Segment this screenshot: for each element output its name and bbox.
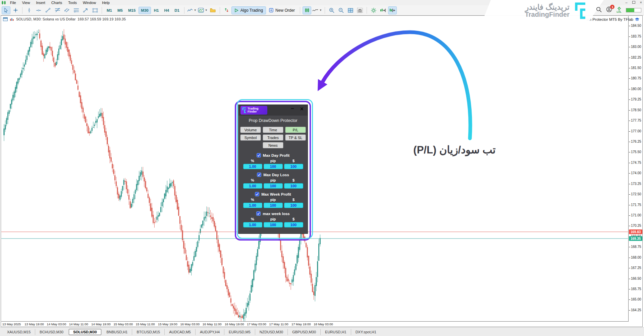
timeframe-h4[interactable]: H4	[162, 7, 171, 14]
symbol-tab-eurusd-m5[interactable]: EURUSD,M5	[224, 329, 255, 335]
timeframe-m1[interactable]: M1	[104, 7, 114, 14]
cursor-tool-button[interactable]	[2, 6, 10, 14]
vertical-line-tool-button[interactable]	[25, 6, 34, 14]
timeframe-m5[interactable]: M5	[115, 7, 125, 14]
input-max-day-loss-[interactable]: 100	[284, 183, 303, 189]
panel-tab-symbol[interactable]: Symbol	[240, 134, 261, 141]
symbol-tab-audcad-m5[interactable]: AUDCAD,M5	[164, 329, 195, 335]
input-max-day-profit-[interactable]: 1.00	[243, 164, 262, 169]
horizontal-line-tool-button[interactable]	[34, 6, 43, 14]
time-axis[interactable]: 13 May 202513 May 19:0014 May 03:0014 Ma…	[1, 321, 629, 326]
candlestick-chart-button[interactable]	[303, 6, 311, 14]
symbol-tab-bnbusd-h1[interactable]: BNBUSD,H1	[102, 329, 132, 335]
equidistant-lines-tool-button[interactable]	[72, 6, 80, 14]
checkbox-max-day-profit[interactable]	[257, 153, 261, 157]
timeframe-m15[interactable]: M15	[126, 7, 138, 14]
panel-minimize-button[interactable]: −	[291, 106, 294, 112]
input-max-week-loss-pip[interactable]: 100	[264, 222, 283, 227]
checkbox-max-week-profit[interactable]	[255, 192, 259, 196]
input-max-day-profit-[interactable]: 100	[284, 164, 303, 169]
new-order-button[interactable]: New Order	[266, 6, 298, 14]
timeframe-d1[interactable]: D1	[172, 7, 182, 14]
time-tick: 15 May 19:00	[158, 322, 177, 326]
time-tick: 15 May 03:00	[114, 322, 133, 326]
graduation-cap-icon[interactable]	[635, 17, 640, 21]
menu-window[interactable]: Window	[80, 0, 99, 5]
input-max-day-loss-[interactable]: 1.00	[243, 183, 262, 189]
panel-tab-tp-sl[interactable]: TP & SL	[285, 134, 306, 141]
input-max-week-profit-[interactable]: 1.00	[243, 203, 262, 208]
panel-tab-trades[interactable]: Trades	[263, 134, 283, 141]
progress-bar	[626, 8, 641, 12]
menu-file[interactable]: File	[7, 0, 19, 5]
column-header: %	[243, 198, 262, 202]
input-max-week-loss-[interactable]: 100	[284, 222, 303, 227]
panel-section-max-day-profit: Max Day Profit%pip$1.00100100	[238, 153, 308, 169]
window-controls: – ×	[625, 0, 642, 4]
line-chart-button[interactable]: ▼	[312, 6, 322, 14]
input-max-week-profit-pip[interactable]: 100	[264, 203, 283, 208]
annotation-label: تب سود/زیان (P/L)	[404, 144, 505, 156]
settings-gear-button[interactable]	[369, 6, 378, 14]
minimize-window-icon[interactable]: –	[625, 0, 627, 4]
time-tick: 18 May 03:00	[314, 322, 333, 326]
menu-charts[interactable]: Charts	[48, 0, 65, 5]
menu-help[interactable]: Help	[99, 0, 113, 5]
input-max-week-loss-[interactable]: 1.00	[243, 222, 262, 227]
crosshair-tool-button[interactable]	[11, 6, 20, 14]
price-tick: 175.50	[631, 150, 641, 154]
checkbox-max-day-loss[interactable]	[257, 173, 261, 177]
depth-of-market-button[interactable]	[222, 6, 231, 14]
menu-view[interactable]: View	[19, 0, 33, 5]
timeframe-h1[interactable]: H1	[152, 7, 161, 14]
search-icon[interactable]	[596, 7, 602, 14]
panel-tab-volume[interactable]: Volume	[240, 127, 261, 133]
arrow-tool-button[interactable]	[81, 6, 90, 14]
checkbox-max-week-loss[interactable]	[256, 211, 261, 216]
close-window-icon[interactable]: ×	[640, 0, 642, 4]
tile-windows-button[interactable]	[346, 6, 355, 14]
algo-trading-button[interactable]: Algo Trading	[231, 6, 266, 14]
shapes-tool-button[interactable]	[91, 6, 99, 14]
indicators-button[interactable]: ▼	[198, 6, 208, 14]
symbol-tab-bchusd-m30[interactable]: BCHUSD,M30	[35, 329, 68, 335]
panel-tab-time[interactable]: Time	[263, 127, 283, 133]
symbol-tab-btcusd-m15[interactable]: BTCUSD,M15	[132, 329, 164, 335]
tradingfinder-watermark: تریدینگ فایندر TradingFinder	[482, 0, 604, 21]
time-tick: 15 May 11:00	[136, 322, 155, 326]
column-header: %	[243, 159, 262, 163]
level-indicator[interactable]: LVL	[616, 7, 622, 13]
restore-window-icon[interactable]	[632, 1, 635, 4]
symbol-tab-gbpusd-m30[interactable]: GBPUSD,M30	[287, 329, 320, 335]
channel-tool-button[interactable]	[62, 6, 71, 14]
symbol-tab-xauusd-m15[interactable]: XAUUSD,M15	[3, 329, 35, 335]
symbol-tab-audjpy-h4[interactable]: AUDJPY,H4	[195, 329, 224, 335]
input-max-day-loss-pip[interactable]: 100	[264, 183, 283, 189]
symbol-tab-solusd-m30[interactable]: SOLUSD,M30	[69, 329, 101, 335]
zoom-in-button[interactable]	[327, 6, 336, 14]
panel-tabs: VolumeTimeP/LSymbolTradesTP & SLNews	[238, 127, 308, 148]
symbol-tab-dxy-spot-h1[interactable]: DXY.spot,H1	[351, 329, 381, 335]
panel-tab-p-l[interactable]: P/L	[285, 127, 306, 133]
symbol-tab-eurusd-h1[interactable]: EURUSD,H1	[320, 329, 351, 335]
trendline-tool-button[interactable]	[44, 6, 52, 14]
price-axis[interactable]: 169.83 169.35 184.50183.75183.00182.2518…	[628, 16, 642, 322]
menu-tools[interactable]: Tools	[65, 0, 80, 5]
profile-icon[interactable]: 1	[606, 6, 612, 14]
fibonacci-tool-button[interactable]	[53, 6, 62, 14]
zoom-out-button[interactable]	[337, 6, 345, 14]
chart-type-button[interactable]: ▼	[187, 6, 197, 14]
menu-insert[interactable]: Insert	[33, 0, 48, 5]
screenshot-camera-button[interactable]	[356, 6, 364, 14]
price-tick: 179.25	[631, 97, 641, 101]
shift-end-right-button[interactable]	[379, 6, 387, 14]
input-max-day-profit-pip[interactable]: 100	[264, 164, 283, 169]
templates-folder-button[interactable]	[209, 6, 217, 14]
panel-close-button[interactable]: ×	[300, 106, 304, 113]
input-max-week-profit-[interactable]: 100	[284, 203, 303, 208]
panel-tab-news[interactable]: News	[263, 142, 283, 148]
shift-chart-left-button[interactable]	[388, 6, 397, 14]
chart-area[interactable]	[1, 16, 628, 322]
symbol-tab-nzdusd-m30[interactable]: NZDUSD,M30	[255, 329, 287, 335]
timeframe-m30[interactable]: M30	[139, 7, 151, 14]
